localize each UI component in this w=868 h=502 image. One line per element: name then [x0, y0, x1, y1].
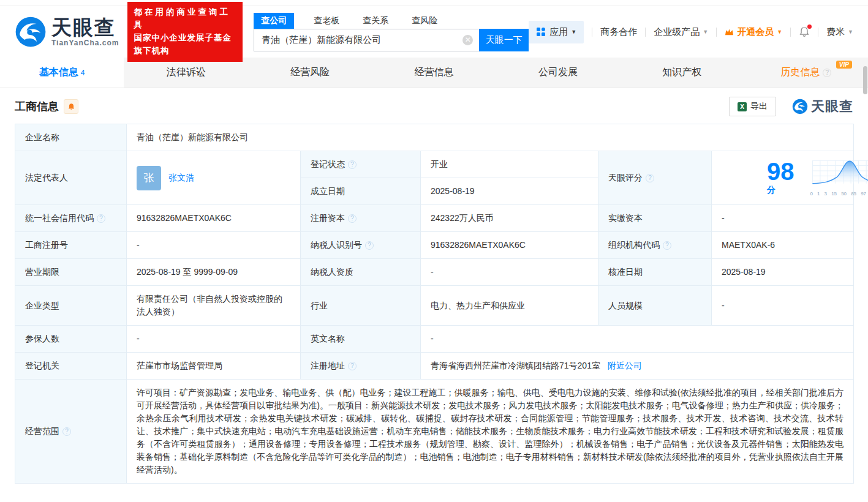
- field-value-org-code: MAETX0AK-6: [712, 232, 854, 259]
- enterprise-products-label: 企业级产品: [654, 26, 700, 38]
- section-title: 工商信息: [15, 99, 59, 114]
- field-label-business-scope: 经营范围: [15, 380, 127, 484]
- watermark-text: 天眼查: [811, 97, 853, 116]
- field-label-company-name: 企业名称: [15, 124, 127, 151]
- table-row: 营业期限 2025-08-19 至 9999-09-09 纳税人资质 - 核准日…: [15, 259, 854, 286]
- help-icon[interactable]: [97, 214, 105, 223]
- monitor-bell-icon[interactable]: [64, 99, 78, 114]
- field-label-staff-size: 人员规模: [598, 286, 712, 326]
- help-icon[interactable]: [348, 160, 357, 169]
- search-button[interactable]: 天眼一下: [479, 29, 529, 51]
- divider: [716, 28, 717, 37]
- score-value: 98: [767, 158, 794, 185]
- vip-crown-icon: [725, 28, 734, 36]
- field-value-reg-capital: 242322万人民币: [421, 205, 598, 232]
- help-icon[interactable]: [823, 69, 831, 77]
- business-info-section-header: 工商信息 X 导出 天眼查: [0, 88, 868, 122]
- help-icon[interactable]: [646, 174, 654, 182]
- field-label-approval-date: 核准日期: [598, 259, 712, 286]
- business-info-table: 企业名称 青油（茫崖）新能源有限公司 法定代表人 张 张文浩 登记状态 开业 天…: [15, 124, 854, 484]
- tab-legal-litigation[interactable]: 法律诉讼: [124, 58, 247, 88]
- excel-icon: X: [738, 102, 747, 111]
- field-label-legal-rep: 法定代表人: [15, 151, 127, 205]
- field-value-business-scope: 许可项目：矿产资源勘查；发电业务、输电业务、供（配）电业务；建设工程施工；供暖服…: [127, 380, 854, 484]
- table-row: 参保人数 - 英文名称 -: [15, 326, 854, 353]
- field-value-business-term: 2025-08-19 至 9999-09-09: [127, 259, 301, 286]
- site-header: 天眼查 TianYanCha.com 都在用的商业查询工具 国家中小企业发展子基…: [0, 6, 868, 58]
- logo-swirl-icon: [15, 16, 47, 48]
- tab-intellectual-property[interactable]: 知识产权: [620, 58, 744, 88]
- open-vip-menu[interactable]: 开通会员 ▼: [725, 26, 782, 38]
- search-area: 查公司 查老板 查关系 查风险 ✕ 天眼一下: [254, 13, 529, 51]
- tab-operation-info[interactable]: 经营信息: [372, 58, 496, 88]
- promo-line2: 国家中小企业发展子基金旗下机构: [134, 32, 236, 58]
- field-label-taxpayer-quality: 纳税人资质: [301, 259, 421, 286]
- nearby-companies-link[interactable]: 附近公司: [608, 361, 642, 370]
- company-tabs: 基本信息 4 法律诉讼 经营风险 经营信息 公司发展 知识产权 VIP 历史信息: [0, 58, 868, 88]
- legal-rep-avatar[interactable]: 张: [137, 166, 161, 190]
- table-row: 企业名称 青油（茫崖）新能源有限公司: [15, 124, 854, 151]
- legal-rep-link[interactable]: 张文浩: [168, 171, 194, 184]
- notification-bell-icon[interactable]: [799, 26, 810, 37]
- field-label-score: 天眼评分: [598, 151, 712, 205]
- table-row: 登记机关 茫崖市市场监督管理局 注册地址 青海省海西州茫崖市冷湖镇团结路71号2…: [15, 353, 854, 380]
- clear-search-icon[interactable]: ✕: [462, 35, 473, 45]
- export-button[interactable]: X 导出: [729, 97, 776, 116]
- field-value-reg-address: 青海省海西州茫崖市冷湖镇团结路71号201室 附近公司: [421, 353, 854, 380]
- table-row: 统一社会信用代码 91632826MAETX0AK6C 注册资本 242322万…: [15, 205, 854, 232]
- field-value-score: 98分: [712, 151, 854, 205]
- field-label-est-date: 成立日期: [301, 178, 421, 205]
- field-label-industry: 行业: [301, 286, 421, 326]
- search-tab-boss[interactable]: 查老板: [306, 13, 347, 29]
- promo-banner: 都在用的商业查询工具 国家中小企业发展子基金旗下机构: [127, 2, 243, 62]
- field-value-paid-capital: -: [712, 205, 854, 232]
- field-label-reg-address: 注册地址: [301, 353, 421, 380]
- tianyancha-logo[interactable]: 天眼查 TianYanCha.com: [15, 16, 119, 48]
- field-value-legal-rep: 张 张文浩: [127, 151, 301, 205]
- table-row: 企业类型 有限责任公司（非自然人投资或控股的法人独资） 行业 电力、热力生产和供…: [15, 286, 854, 326]
- user-menu[interactable]: 费米 ▼: [826, 26, 853, 38]
- tab-operation-risk[interactable]: 经营风险: [248, 58, 372, 88]
- help-icon[interactable]: [348, 362, 357, 370]
- score-distribution-chart: 0 1 3 15 50 85 97 99 100: [810, 158, 868, 198]
- help-icon[interactable]: [62, 427, 71, 436]
- username-label: 费米: [826, 26, 845, 38]
- search-input[interactable]: [254, 29, 479, 51]
- apps-menu[interactable]: 应用 ▼: [529, 21, 584, 43]
- chevron-down-icon: ▼: [777, 29, 782, 35]
- field-value-industry: 电力、热力生产和供应业: [421, 286, 598, 326]
- scrollbar-thumb[interactable]: [863, 66, 867, 94]
- apps-grid-icon: [536, 27, 546, 37]
- field-label-english-name: 英文名称: [301, 326, 421, 353]
- help-icon[interactable]: [663, 241, 671, 250]
- field-value-taxpayer-quality: -: [421, 259, 598, 286]
- help-icon[interactable]: [348, 214, 357, 223]
- field-label-reg-authority: 登记机关: [15, 353, 127, 380]
- help-icon[interactable]: [365, 241, 374, 250]
- tab-company-development[interactable]: 公司发展: [496, 58, 620, 88]
- open-vip-label: 开通会员: [737, 26, 774, 38]
- field-label-business-term: 营业期限: [15, 259, 127, 286]
- search-tab-risk[interactable]: 查风险: [404, 13, 445, 29]
- field-label-reg-status: 登记状态: [301, 151, 421, 178]
- field-value-insured-count: -: [127, 326, 301, 353]
- watermark-logo: 天眼查: [792, 97, 853, 116]
- chevron-down-icon: ▼: [571, 29, 576, 35]
- enterprise-products-menu[interactable]: 企业级产品 ▼: [654, 26, 708, 38]
- watermark-swirl-icon: [792, 99, 808, 114]
- search-tab-relation[interactable]: 查关系: [355, 13, 396, 29]
- field-label-company-type: 企业类型: [15, 286, 127, 326]
- field-value-reg-status: 开业: [421, 151, 598, 178]
- field-label-org-code: 组织机构代码: [598, 232, 712, 259]
- export-label: 导出: [750, 101, 768, 112]
- search-tabs: 查公司 查老板 查关系 查风险: [254, 13, 529, 29]
- promo-line1: 都在用的商业查询工具: [134, 6, 236, 32]
- field-value-english-name: -: [421, 326, 854, 353]
- tab-history-info[interactable]: VIP 历史信息: [744, 58, 868, 88]
- tab-basic-info[interactable]: 基本信息 4: [0, 58, 124, 88]
- search-tab-company[interactable]: 查公司: [254, 13, 294, 29]
- business-cooperation-link[interactable]: 商务合作: [600, 26, 637, 38]
- page-scrollbar[interactable]: [862, 0, 868, 502]
- table-row: 法定代表人 张 张文浩 登记状态 开业 天眼评分 98分: [15, 151, 854, 178]
- field-label-insured-count: 参保人数: [15, 326, 127, 353]
